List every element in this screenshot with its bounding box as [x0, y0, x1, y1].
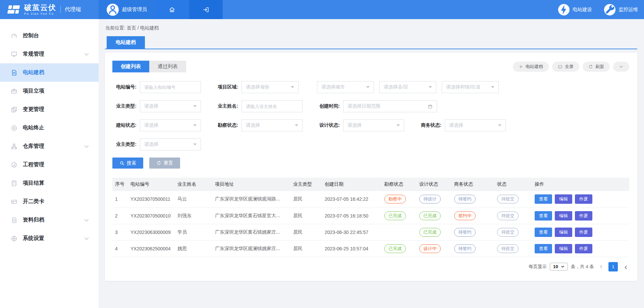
city-select[interactable]: 请选择城市 [317, 81, 374, 93]
station-code-input[interactable] [140, 81, 201, 93]
column-header: 创建日期 [322, 178, 382, 191]
owner-name-input[interactable] [241, 100, 303, 112]
navbar-shortcut-monitor-ops[interactable]: 监控运维 [604, 4, 638, 15]
cell-created: 2023-07-05 16:42:22 [322, 191, 382, 207]
monitor-icon [11, 51, 17, 58]
province-select[interactable]: 请选择省份 [241, 81, 299, 93]
owner-type-select-2[interactable]: 请选择 [140, 138, 201, 150]
sidebar-item-label: 资料归档 [23, 217, 44, 224]
fullscreen-button[interactable]: 全屏 [552, 62, 579, 72]
view-row-button[interactable]: 查看 [535, 211, 552, 221]
filter-label: 创建时间: [316, 103, 340, 109]
per-page-select[interactable]: 10 [550, 263, 568, 270]
sidebar-item-label: 变更管理 [23, 106, 44, 113]
sidebar-item-engineering-mgmt[interactable]: 工程管理 [0, 156, 99, 174]
table-row: 3YX2023063000009学员广东深圳龙华区黄石镇姚家庄...居民2023… [112, 224, 629, 240]
sidebar-item-general-mgmt[interactable]: 常规管理 [0, 45, 99, 63]
sidebar-item-change-mgmt[interactable]: 变更管理 [0, 100, 99, 119]
cell-station-code: YX2023070500010 [128, 207, 175, 224]
void-row-button[interactable]: 作废 [575, 244, 592, 253]
status-badge: 已完成 [384, 211, 406, 220]
reset-button[interactable]: 重置 [149, 158, 180, 169]
filter-label: 商务状态: [417, 122, 441, 128]
brand-portal: 代理端 [60, 6, 81, 13]
cell-business-status: 待签约 [451, 191, 494, 207]
home-button[interactable] [155, 0, 189, 19]
sidebar-item-label: 项目立项 [23, 87, 44, 95]
dropdown-arrow-icon [193, 124, 197, 126]
cell-seq: 4 [112, 240, 128, 257]
status-badge: 待签约 [454, 244, 476, 253]
sidebar-item-console[interactable]: 控制台 [0, 26, 99, 45]
add-station-button[interactable]: 电站建档 [513, 62, 549, 72]
refresh-button[interactable]: 刷新 [583, 62, 610, 72]
next-page-button[interactable] [621, 264, 629, 269]
filter-label: 建站状态: [112, 122, 137, 128]
chevron-left-icon [599, 264, 604, 269]
tab-create-list[interactable]: 创建列表 [112, 61, 149, 72]
sidebar-item-system-settings[interactable]: 系统设置 [0, 229, 99, 248]
sidebar-item-label: 项目结算 [23, 180, 44, 187]
view-row-button[interactable]: 查看 [535, 244, 552, 253]
edit-row-button[interactable]: 编辑 [555, 244, 572, 253]
logout-button[interactable] [189, 0, 223, 19]
sidebar-item-data-archive[interactable]: 资料归档 [0, 211, 99, 229]
county-select[interactable]: 请选择县/区 [379, 81, 436, 93]
pill-label: 电站建档 [526, 64, 543, 70]
search-button[interactable]: 搜索 [112, 158, 143, 169]
build-status-select[interactable]: 请选择 [140, 119, 201, 131]
edit-row-button[interactable]: 编辑 [555, 211, 572, 221]
sidebar-item-label: 系统设置 [23, 235, 44, 242]
pill-label: 刷新 [595, 64, 604, 70]
filter-row-2: 业主类型:请选择业主姓名:创建时间:请选择日期范围 [112, 100, 629, 112]
village-select[interactable]: 请选择村镇/街道 [442, 81, 499, 93]
column-header: 设计状态 [417, 178, 451, 191]
brand-text: 破茧云伏 Po Jian Yun Fu [24, 4, 56, 15]
sidebar-item-label: 常规管理 [23, 51, 44, 58]
collapse-button[interactable] [613, 62, 629, 72]
sidebar-item-station-archive[interactable]: 电站建档 [0, 63, 99, 82]
total-count-label: 条，共 4 条 [571, 264, 594, 270]
edit-row-button[interactable]: 编辑 [555, 228, 572, 237]
sidebar-item-warehouse-mgmt[interactable]: 仓库管理 [0, 137, 99, 156]
user-menu[interactable]: 超级管理员 [99, 0, 155, 19]
filter-label: 项目区域: [214, 84, 238, 90]
navbar-shortcut-station-build[interactable]: 电站建设 [558, 4, 592, 15]
sidebar-item-station-stop[interactable]: 电站终止 [0, 119, 99, 137]
breadcrumb: 当前位置: 首页 / 电站建档 [99, 19, 644, 31]
copy-icon [11, 106, 17, 113]
sidebar-item-type2-card[interactable]: 开二类卡 [0, 192, 99, 211]
filter-label: 业主类型: [112, 141, 137, 147]
survey-status-select[interactable]: 请选择 [241, 119, 303, 131]
void-row-button[interactable]: 作废 [575, 228, 592, 237]
page-tab-station-archive[interactable]: 电站建档 [107, 36, 145, 49]
design-status-select[interactable]: 请选择 [343, 119, 404, 131]
owner-type-select[interactable]: 请选择 [140, 100, 201, 112]
filter-label: 设计状态: [316, 122, 340, 128]
filter-group: 请选择城市 [317, 81, 374, 93]
tab-passed-list[interactable]: 通过列表 [149, 61, 186, 72]
prev-page-button[interactable] [597, 264, 605, 269]
void-row-button[interactable]: 作废 [575, 211, 592, 221]
select-placeholder: 请选择省份 [246, 84, 269, 90]
view-row-button[interactable]: 查看 [535, 228, 552, 237]
status-badge: 待签约 [454, 195, 476, 203]
filter-group: 建站状态:请选择 [112, 119, 201, 131]
edit-row-button[interactable]: 编辑 [555, 194, 572, 204]
page-number-button[interactable]: 1 [608, 262, 618, 271]
filter-label: 业主类型: [112, 103, 137, 109]
sidebar-item-label: 工程管理 [23, 161, 44, 168]
calendar-icon [428, 104, 433, 109]
dropdown-arrow-icon [498, 124, 501, 126]
view-row-button[interactable]: 查看 [535, 194, 552, 204]
sidebar-item-project-approval[interactable]: 项目立项 [0, 82, 99, 100]
brand[interactable]: 破茧云伏 Po Jian Yun Fu 代理端 [0, 0, 99, 19]
create-time-range[interactable]: 请选择日期范围 [343, 100, 437, 112]
sidebar-item-project-settle[interactable]: 项目结算 [0, 174, 99, 192]
main-content: 当前位置: 首页 / 电站建档 电站建档 创建列表通过列表 电站建档全屏刷新 电… [99, 19, 644, 308]
table-row: 2YX2023070500010刘强东广东深圳龙华区黄石镇星官大...居民202… [112, 207, 629, 224]
void-row-button[interactable]: 作废 [575, 194, 592, 204]
filter-label: 业主姓名: [214, 103, 238, 109]
sitemap-icon [11, 143, 17, 150]
business-status-select[interactable]: 请选择 [445, 119, 506, 131]
